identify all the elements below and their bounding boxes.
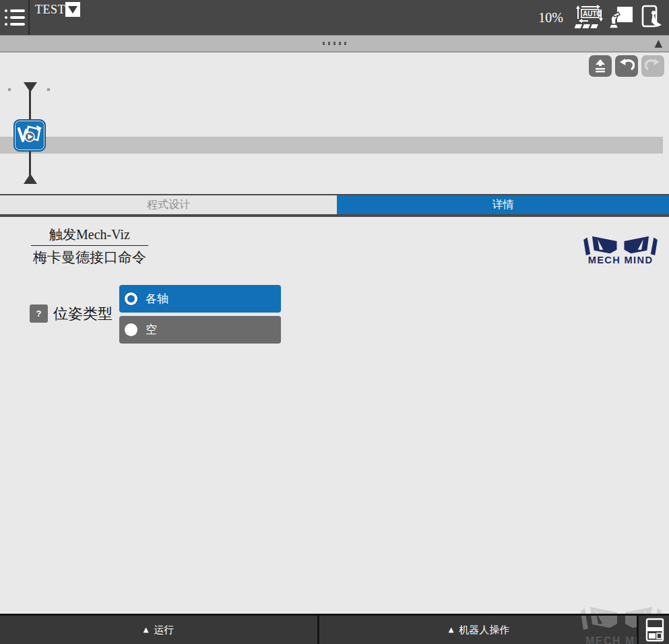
option-label: 各轴 — [146, 291, 168, 307]
top-status-bar: TEST 10% AUTO — [0, 0, 669, 35]
details-panel: 触发Mech-Viz 梅卡曼德接口命令 MECH MIND ? 位姿类型 — [0, 217, 669, 614]
undo-icon — [618, 59, 635, 73]
upload-icon — [593, 59, 608, 73]
bottom-action-bar: MECH MIND ▲ 运行 ▲ 机器人操作 — [0, 614, 669, 644]
deploy-button[interactable] — [589, 55, 612, 77]
tab-program-design[interactable]: 程式设计 — [0, 195, 337, 214]
virtual-keyboard-button[interactable] — [641, 616, 669, 644]
tab-details[interactable]: 详情 — [337, 195, 669, 214]
anchor-dot-right — [47, 88, 50, 91]
edit-toolbar — [0, 53, 669, 79]
radio-selected-icon — [125, 292, 137, 305]
pose-type-label: 位姿类型 — [53, 304, 113, 324]
app-window: TEST 10% AUTO — [0, 0, 669, 644]
command-title: 触发Mech-Viz — [31, 226, 148, 246]
splitter-strip[interactable]: ▲ — [0, 35, 669, 53]
expand-up-icon: ▲ — [144, 626, 149, 633]
robot-operation-label: 机器人操作 — [459, 624, 509, 637]
keyboard-icon — [645, 618, 665, 642]
hamburger-icon — [5, 9, 28, 12]
chevron-down-icon — [68, 6, 77, 13]
help-button[interactable]: ? — [30, 304, 48, 323]
anchor-dot-left — [8, 88, 11, 91]
flow-end-marker — [24, 174, 37, 184]
command-subtitle: 梅卡曼德接口命令 — [31, 247, 148, 267]
touch-pendant-icon — [639, 4, 665, 31]
expand-up-icon: ▲ — [449, 626, 454, 633]
redo-button[interactable] — [641, 55, 664, 77]
undo-button[interactable] — [615, 55, 638, 77]
svg-text:AUTO: AUTO — [583, 10, 602, 18]
run-panel-button[interactable]: ▲ 运行 — [0, 616, 319, 644]
watermark-logo-upper — [574, 600, 668, 614]
redo-icon — [645, 59, 661, 73]
command-header: 触发Mech-Viz 梅卡曼德接口命令 — [31, 226, 148, 267]
program-name: TEST — [35, 3, 65, 17]
collapse-arrow-icon[interactable]: ▲ — [654, 37, 662, 49]
option-joint-axes[interactable]: 各轴 — [119, 285, 281, 313]
robot-program-icon — [607, 5, 634, 30]
touch-pendant-button[interactable] — [637, 4, 667, 31]
mech-mind-logo: MECH MIND — [577, 230, 664, 268]
detail-tab-bar: 程式设计 详情 — [0, 194, 669, 217]
pose-type-options: 各轴 空 — [119, 285, 281, 344]
speed-override-value[interactable]: 10% — [538, 10, 563, 26]
program-dropdown-button[interactable] — [65, 2, 80, 17]
radio-unselected-icon — [125, 323, 137, 336]
auto-mode-button[interactable]: AUTO — [575, 4, 604, 31]
auto-mode-icon: AUTO — [575, 4, 604, 31]
robot-operation-panel-button[interactable]: ▲ 机器人操作 — [321, 616, 639, 644]
option-label: 空 — [146, 322, 157, 337]
svg-text:MECH MIND: MECH MIND — [588, 255, 654, 265]
selected-step-highlight — [0, 137, 663, 154]
program-flow-canvas[interactable] — [0, 79, 669, 194]
main-menu-button[interactable] — [0, 0, 30, 35]
mech-viz-icon — [15, 121, 44, 150]
mech-viz-step-node[interactable] — [13, 119, 46, 152]
drag-handle-dots[interactable] — [0, 42, 669, 45]
run-label: 运行 — [154, 624, 174, 637]
robot-program-button[interactable] — [606, 4, 635, 31]
option-empty[interactable]: 空 — [119, 316, 281, 344]
